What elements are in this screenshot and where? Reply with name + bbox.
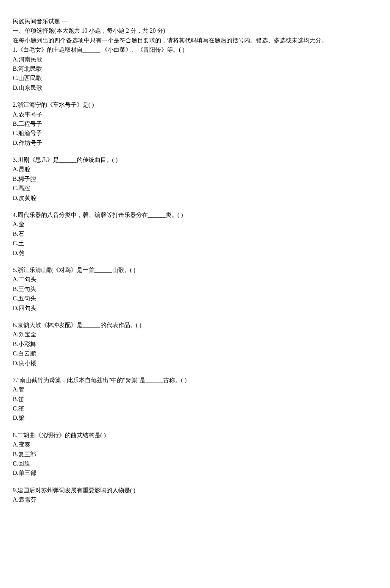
question-option: B.三句头 <box>13 285 377 294</box>
question-option: C.白云鹏 <box>13 349 377 358</box>
question-option: B.工程号子 <box>13 119 377 129</box>
question-stem: 2.浙江海宁的《车水号子》是( ) <box>13 100 377 110</box>
question-option: B.笛 <box>13 395 377 404</box>
question-option: A.袁雪芬 <box>13 495 377 505</box>
question-option: A.河南民歌 <box>13 55 377 64</box>
question-option: D.箫 <box>13 413 377 423</box>
question-option: B.小彩舞 <box>13 340 377 349</box>
question-option: D.单三部 <box>13 469 377 478</box>
question-option: B.复三部 <box>13 450 377 459</box>
question-option: D.山东民歌 <box>13 83 377 93</box>
questions-container: 1.《白毛女》的主题取材自______ 《小白菜》、《青阳传》等。( )A.河南… <box>13 45 377 505</box>
question-option: A.管 <box>13 385 377 394</box>
question-option: C.山西民歌 <box>13 74 377 83</box>
question-option: C.船渔号子 <box>13 129 377 138</box>
question-stem: 1.《白毛女》的主题取材自______ 《小白菜》、《青阳传》等。( ) <box>13 45 377 55</box>
question-option: A.金 <box>13 220 377 229</box>
question-option: B.石 <box>13 230 377 239</box>
question-option: C.土 <box>13 239 377 248</box>
question-option: A.农事号子 <box>13 110 377 119</box>
question-stem: 7."南山截竹为觱篥，此乐本自龟兹出"中的"觱篥"是______古称。( ) <box>13 376 377 385</box>
instruction-text: 在每小题列出的四个备选项中只有一个是符合题目要求的，请将其代码填写在题后的括号内… <box>13 36 377 45</box>
question-stem: 5.浙江乐清山歌《对鸟》是一首______山歌。( ) <box>13 266 377 275</box>
question-option: A.昆腔 <box>13 165 377 174</box>
question-option: C.笙 <box>13 404 377 413</box>
question-option: D.四句头 <box>13 304 377 313</box>
question-stem: 3.川剧《思凡》是______的传统曲目。( ) <box>13 155 377 165</box>
question-option: B.河北民歌 <box>13 64 377 74</box>
question-option: D.匏 <box>13 249 377 258</box>
question-option: A.二句头 <box>13 275 377 284</box>
question-option: C.高腔 <box>13 184 377 193</box>
question-option: A.变奏 <box>13 440 377 449</box>
question-option: B.梆子腔 <box>13 175 377 184</box>
question-stem: 6.京韵大鼓《林冲发配》是______的代表作品。( ) <box>13 321 377 330</box>
question-option: D.皮黄腔 <box>13 194 377 203</box>
question-stem: 4.周代乐器的八音分类中，磬、编磬等打击乐器分在______类。( ) <box>13 211 377 220</box>
question-option: D.作坊号子 <box>13 139 377 148</box>
question-option: A.刘宝全 <box>13 330 377 339</box>
question-option: D.良小楼 <box>13 359 377 368</box>
question-stem: 8.二胡曲《光明行》的曲式结构是( ) <box>13 431 377 440</box>
exam-title: 民族民间音乐试题 一 <box>13 17 377 26</box>
section-header: 一、单项选择题(本大题共 10 小题，每小题 2 分，共 20 分) <box>13 26 377 36</box>
question-option: C.五句头 <box>13 294 377 303</box>
question-stem: 9.建国后对苏州弹词发展有重要影响的人物是( ) <box>13 486 377 495</box>
question-option: C.回旋 <box>13 459 377 469</box>
